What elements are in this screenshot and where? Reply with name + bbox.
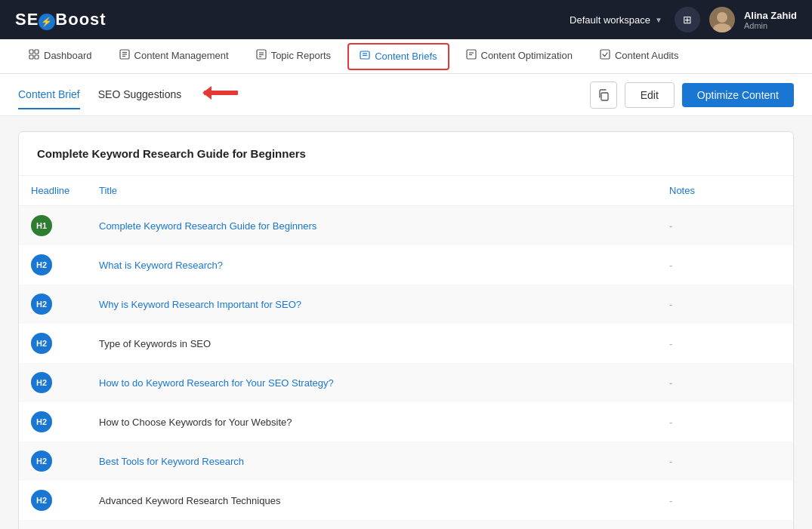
- col-headline: Headline: [19, 176, 87, 206]
- table-row: H2How to do Keyword Research for Your SE…: [19, 363, 793, 402]
- table-row: H2How to Choose Keywords for Your Websit…: [19, 402, 793, 441]
- headline-cell: H2: [19, 363, 87, 402]
- tab-content-brief[interactable]: Content Brief: [18, 81, 80, 109]
- dashboard-icon: [29, 49, 39, 62]
- svg-rect-20: [601, 50, 610, 59]
- svg-marker-22: [202, 86, 211, 100]
- nav-content-briefs[interactable]: Content Briefs: [347, 43, 449, 70]
- content-audits-icon: [600, 49, 610, 62]
- title-cell[interactable]: Best Tools for Keyword Research: [87, 441, 657, 481]
- svg-rect-2: [29, 50, 33, 54]
- headline-cell: H2: [19, 441, 87, 481]
- user-name: Alina Zahid: [744, 10, 797, 21]
- title-text[interactable]: How to do Keyword Research for Your SEO …: [99, 377, 334, 389]
- table-row: H2Type of Keywords in SEO-: [19, 324, 793, 363]
- title-text: Type of Keywords in SEO: [99, 338, 211, 349]
- headline-cell: H2: [19, 481, 87, 520]
- nav-bar: Dashboard Content Management Topic Repor…: [0, 39, 812, 74]
- nav-content-audits[interactable]: Content Audits: [586, 39, 693, 74]
- content-optimization-icon: [466, 49, 477, 62]
- notes-cell: -: [657, 206, 793, 246]
- edit-button[interactable]: Edit: [625, 82, 675, 108]
- table-header-row: Headline Title Notes: [19, 176, 793, 206]
- notes-cell: -: [657, 441, 793, 481]
- headline-cell: H2: [19, 324, 87, 363]
- title-text[interactable]: What is Keyword Research?: [99, 260, 223, 271]
- optimize-content-button[interactable]: Optimize Content: [682, 83, 794, 107]
- notes-cell: -: [657, 284, 793, 324]
- arrow-indicator: [189, 83, 249, 105]
- workspace-label: Default workspace: [570, 14, 650, 26]
- col-notes: Notes: [657, 176, 793, 206]
- notes-cell: -: [657, 402, 793, 441]
- topic-reports-icon: [256, 49, 267, 62]
- title-cell[interactable]: Complete Keyword Research Guide for Begi…: [87, 206, 657, 246]
- main-content: Complete Keyword Research Guide for Begi…: [0, 116, 812, 529]
- grid-icon-button[interactable]: ⊞: [675, 7, 700, 32]
- svg-rect-23: [601, 93, 608, 100]
- workspace-selector[interactable]: Default workspace ▼: [570, 14, 662, 26]
- headline-cell: H2: [19, 402, 87, 441]
- nav-content-management[interactable]: Content Management: [106, 39, 242, 74]
- title-cell[interactable]: How to do Keyword Research for Your SEO …: [87, 363, 657, 402]
- title-text: Advanced Keyword Research Techniques: [99, 495, 280, 506]
- headline-badge: H2: [31, 372, 52, 393]
- nav-content-optimization[interactable]: Content Optimization: [452, 39, 586, 74]
- copy-button[interactable]: [590, 82, 617, 109]
- app-header: SE⚡Boost Default workspace ▼ ⊞ Alina Zah…: [0, 0, 812, 39]
- logo: SE⚡Boost: [15, 10, 107, 30]
- title-cell: Type of Keywords in SEO: [87, 324, 657, 363]
- title-text[interactable]: Why is Keyword Research Important for SE…: [99, 299, 301, 310]
- logo-text: SE⚡Boost: [15, 10, 107, 30]
- title-text: How to Choose Keywords for Your Website?: [99, 417, 292, 428]
- headline-badge: H2: [31, 254, 52, 275]
- headline-badge: H2: [31, 411, 52, 432]
- toolbar: Content Brief SEO Suggestions Edit Optim: [0, 74, 812, 116]
- table-row: H2Best Tools for Keyword Research-: [19, 441, 793, 481]
- user-role: Admin: [744, 21, 797, 30]
- content-briefs-icon: [360, 50, 370, 63]
- notes-cell: -: [657, 520, 793, 529]
- table-row: H2What is Keyword Research?-: [19, 245, 793, 284]
- headline-badge: H2: [31, 451, 52, 472]
- title-cell: How to Choose Keywords for Your Website?: [87, 402, 657, 441]
- headline-badge: H2: [31, 490, 52, 511]
- col-title: Title: [87, 176, 657, 206]
- content-management-icon: [119, 49, 130, 62]
- headline-cell: H1: [19, 206, 87, 246]
- user-info: Alina Zahid Admin: [744, 10, 797, 30]
- title-cell[interactable]: What is Keyword Research?: [87, 245, 657, 284]
- headline-badge: H2: [31, 294, 52, 315]
- table-row: H2Advanced Keyword Research Techniques-: [19, 481, 793, 520]
- outline-table: Headline Title Notes H1Complete Keyword …: [19, 176, 793, 529]
- nav-content-optimization-label: Content Optimization: [481, 50, 573, 61]
- toolbar-actions: Edit Optimize Content: [590, 82, 794, 109]
- chevron-down-icon: ▼: [655, 16, 662, 24]
- headline-cell: H2: [19, 245, 87, 284]
- title-cell[interactable]: Why is Keyword Research Important for SE…: [87, 284, 657, 324]
- nav-dashboard[interactable]: Dashboard: [15, 39, 106, 74]
- avatar: [709, 7, 735, 32]
- nav-content-audits-label: Content Audits: [615, 50, 679, 61]
- notes-cell: -: [657, 324, 793, 363]
- table-row: H2Why is Keyword Research Important for …: [19, 284, 793, 324]
- svg-rect-3: [35, 50, 39, 54]
- table-row: H1Complete Keyword Research Guide for Be…: [19, 206, 793, 246]
- table-row: H2Key Takeaway-: [19, 520, 793, 529]
- headline-cell: H2: [19, 520, 87, 529]
- content-title: Complete Keyword Research Guide for Begi…: [19, 132, 793, 176]
- header-right: Default workspace ▼ ⊞ Alina Zahid Admin: [570, 7, 797, 32]
- tabs: Content Brief SEO Suggestions: [18, 75, 267, 114]
- notes-cell: -: [657, 245, 793, 284]
- title-cell: Key Takeaway: [87, 520, 657, 529]
- nav-topic-reports[interactable]: Topic Reports: [242, 39, 344, 74]
- tab-seo-suggestions[interactable]: SEO Suggestions: [98, 75, 250, 114]
- nav-dashboard-label: Dashboard: [44, 50, 92, 61]
- title-text[interactable]: Best Tools for Keyword Research: [99, 456, 244, 467]
- headline-cell: H2: [19, 284, 87, 324]
- header-icons: ⊞ Alina Zahid Admin: [675, 7, 797, 32]
- svg-point-1: [713, 23, 731, 32]
- headline-badge: H1: [31, 215, 52, 236]
- title-text[interactable]: Complete Keyword Research Guide for Begi…: [99, 220, 316, 232]
- nav-content-management-label: Content Management: [134, 50, 229, 61]
